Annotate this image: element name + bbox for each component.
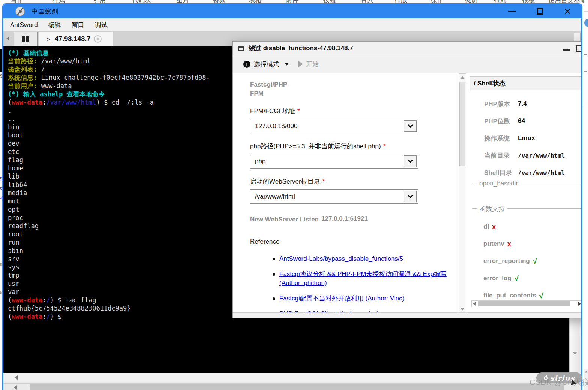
maximize-button[interactable] (536, 7, 544, 16)
terminal-text-segment: usr (8, 280, 20, 287)
reference-link[interactable]: AntSword-Labs/bypass_disable_functions/5 (279, 255, 403, 262)
dialog-status-strip (233, 312, 582, 318)
status-horizontal-scrollbar[interactable] (471, 300, 582, 307)
menu-bar: AntSword编辑窗口调试 (3, 18, 581, 31)
status-label: PHP位数 (470, 117, 518, 126)
background-menu-fragment: 微调 (465, 0, 478, 3)
background-menu-fragment: 表格 (249, 0, 262, 3)
scroll-left-icon[interactable] (14, 385, 17, 390)
status-row: Shell目录/var/www/html (470, 164, 582, 181)
scrollbar-thumb[interactable] (459, 82, 465, 166)
dialog-minimize-button[interactable] (563, 49, 570, 51)
scroll-up-icon[interactable] (585, 371, 587, 373)
status-label: 操作系统 (470, 134, 518, 143)
terminal-text-segment: www-data (12, 296, 42, 304)
dialog-window-icon (238, 46, 244, 51)
terminal-text-segment: root (8, 230, 23, 238)
select-dropdown-button[interactable] (404, 120, 417, 132)
select-value: 127.0.0.1:9000 (250, 119, 418, 133)
dialog-body: Fastcgi/PHP-FPM FPM/FCGI 地址*127.0.0.1:90… (233, 73, 582, 313)
function-support-item: error_log√ (470, 270, 582, 287)
status-value: /var/www/html (518, 169, 565, 176)
select-fpm-address[interactable]: 127.0.0.1:9000 (250, 119, 418, 133)
terminal-text-segment: / (41, 66, 45, 73)
menu-item-编辑[interactable]: 编辑 (48, 21, 61, 29)
terminal-text-segment: opt (8, 206, 20, 213)
select-mode-button[interactable]: + 选择模式 (243, 60, 289, 69)
scroll-right-icon[interactable] (578, 302, 581, 306)
terminal-text-segment: run (8, 239, 20, 246)
dialog-controls (563, 42, 582, 55)
menu-item-调试[interactable]: 调试 (95, 21, 108, 29)
close-button[interactable]: ✕ (563, 7, 572, 16)
dialog-maximize-button[interactable] (576, 45, 582, 52)
scroll-left-icon[interactable] (15, 375, 18, 380)
dialog-titlebar[interactable]: 绕过 disable_functions-47.98.148.7 (233, 42, 582, 55)
function-support-legend: 函数支持 (477, 205, 507, 213)
tab-shell-session[interactable]: >_ 47.98.148.7 ✕ (39, 32, 113, 46)
background-menu-fragment: 布局 (494, 0, 506, 3)
tab-scroll-left-icon[interactable] (6, 36, 9, 41)
select-dropdown-button[interactable] (404, 191, 417, 202)
terminal-text-segment: tmp (8, 272, 20, 279)
terminal-text-segment: www-data (12, 313, 42, 320)
terminal-text-segment: readflag (8, 222, 39, 230)
bypass-disable-functions-dialog: 绕过 disable_functions-47.98.148.7 + 选择模式 … (232, 41, 582, 318)
terminal-text-segment: boot (8, 131, 23, 139)
status-value: Linux (518, 134, 535, 142)
scroll-down-icon[interactable] (573, 352, 577, 355)
terminal-text-segment: bin (8, 123, 20, 131)
terminal-text-segment: media (8, 189, 27, 197)
status-row: PHP版本7.4 (470, 95, 582, 112)
plus-circle-icon: + (243, 61, 250, 68)
terminal-text-segment: (*) 输入 ashelp 查看本地命令 (8, 90, 105, 98)
scroll-left-icon[interactable] (473, 302, 476, 306)
chevron-down-icon (408, 193, 413, 198)
terminal-text-segment: .. (8, 115, 15, 123)
background-menu-fragment: 代码块 (132, 0, 151, 3)
terminal-text-segment: sys (8, 263, 20, 271)
required-asterisk: * (383, 143, 386, 150)
window-titlebar: 中国蚁剑 ✕ (3, 4, 581, 18)
play-icon (298, 61, 303, 67)
required-asterisk: * (322, 178, 325, 185)
tab-close-icon[interactable]: ✕ (94, 35, 102, 43)
background-menu-fragment: 置入 (361, 0, 374, 3)
function-support-item: dlx (470, 218, 582, 235)
select-webserver-root[interactable]: /var/www/html (250, 189, 418, 204)
scrollbar-thumb[interactable] (30, 384, 564, 390)
minimize-button[interactable] (508, 7, 516, 16)
menu-item-antsword[interactable]: AntSword (10, 21, 38, 29)
terminal-horizontal-scrollbar[interactable] (3, 373, 569, 382)
scroll-down-icon[interactable] (460, 308, 465, 311)
scroll-up-icon[interactable] (460, 76, 465, 79)
background-avatar-icon (584, 19, 588, 27)
start-button[interactable]: 开始 (298, 60, 319, 69)
status-value: 64 (518, 117, 525, 125)
form-vertical-scrollbar[interactable] (459, 73, 466, 313)
terminal-text-segment: ( (8, 296, 12, 304)
terminal-text-segment: ctfhub{5c754524e3488230611dc9a9} (8, 305, 131, 312)
tab-overview-button[interactable] (14, 32, 38, 46)
dialog-title: 绕过 disable_functions-47.98.148.7 (249, 44, 353, 52)
terminal-text-segment: ) $ tac flag (50, 296, 96, 304)
shell-status-panel: i Shell状态 PHP版本7.4PHP位数64操作系统Linux当前目录/v… (470, 73, 582, 313)
window-controls: ✕ (508, 4, 572, 18)
shell-status-rows: PHP版本7.4PHP位数64操作系统Linux当前目录/var/www/htm… (470, 95, 582, 181)
menu-item-窗口[interactable]: 窗口 (72, 21, 84, 29)
field-label: 启动的WebServer根目录* (250, 177, 459, 186)
tab-label: 47.98.148.7 (55, 35, 90, 43)
scrollbar-thumb[interactable] (478, 301, 570, 306)
background-menu-fragment: 排版 (394, 0, 407, 3)
window-horizontal-scrollbar[interactable] (3, 383, 581, 390)
reference-link[interactable]: Fastcgi协议分析 && PHP-FPM未授权访问漏洞 && Exp编写 (… (279, 270, 447, 287)
terminal-text-segment: 磁盘列表: (8, 66, 41, 73)
terminal-text-segment: lib64 (8, 181, 27, 188)
cross-icon: x (507, 240, 511, 248)
shell-status-header: i Shell状态 (470, 76, 582, 90)
chevron-down-icon (408, 123, 413, 128)
reference-link[interactable]: Fastcgi配置不当对外开放利用 (Author: Vinc) (279, 295, 404, 302)
select-php-path[interactable]: php (250, 154, 418, 169)
terminal-text-segment: mnt (8, 197, 20, 205)
select-dropdown-button[interactable] (404, 155, 417, 167)
